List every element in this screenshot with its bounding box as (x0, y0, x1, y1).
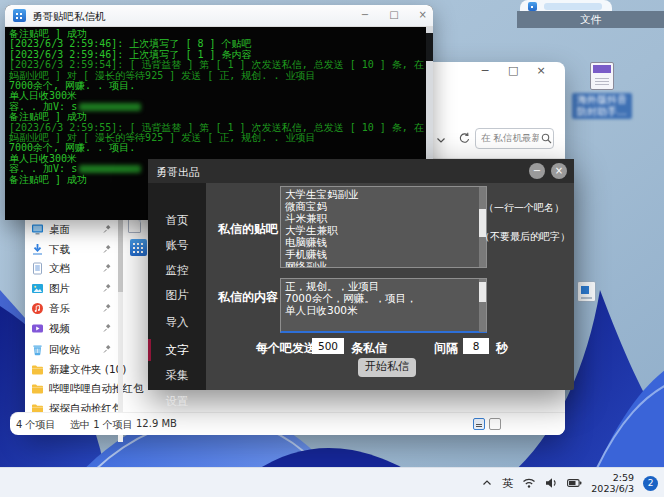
content-field: 正，规创。，业项目 7000余个，网赚。，项目， 单人日收300米 (280, 278, 487, 333)
explorer-status-bar: 4 个项目 选中 1 个项目 12.9 MB (10, 412, 565, 435)
desktop-icon-label-line2: 防封助手... (572, 106, 632, 118)
nav-item-settings[interactable]: 设置 (148, 391, 206, 411)
file-menu-bar[interactable]: 文件 (517, 11, 664, 28)
documents-icon (31, 262, 44, 275)
music-icon (31, 302, 44, 315)
sidebar-item-downloads[interactable]: 下载 (25, 241, 121, 258)
sidebar-item-music[interactable]: 音乐 (25, 300, 121, 317)
taskbar-clock[interactable]: 2:59 2023/6/3 (591, 472, 634, 494)
pin-icon (102, 224, 112, 234)
file-app-icon[interactable] (130, 239, 147, 256)
tray-time: 2:59 (591, 472, 634, 483)
status-items-count: 4 个项目 (16, 418, 56, 432)
interval-suffix: 秒 (496, 340, 508, 357)
interval-input[interactable] (463, 338, 489, 354)
dialog-titlebar[interactable]: 勇哥出品 − × (148, 159, 574, 183)
pin-icon (102, 344, 112, 354)
sidebar-item-documents[interactable]: 文档 (25, 260, 121, 277)
view-details-toggle[interactable] (473, 418, 485, 430)
terminal-close-button[interactable]: × (419, 9, 427, 20)
explorer-minimize-button[interactable]: − (480, 64, 490, 77)
explorer-close-button[interactable]: × (536, 64, 546, 77)
sidebar-item-label: 新建文件夹 (10) (49, 363, 126, 377)
redacted-text (79, 103, 141, 111)
status-size: 12.9 MB (136, 418, 177, 429)
battery-icon[interactable] (567, 477, 582, 489)
sidebar-item-label: 图片 (49, 282, 70, 296)
desktop-icon-label-line1: 海外版抖音 (572, 94, 632, 106)
terminal-maximize-button[interactable]: □ (389, 9, 398, 20)
sidebar-item-folder[interactable]: 新建文件夹 (10) (25, 361, 121, 378)
tab-title-blur (544, 3, 602, 10)
sidebar-scrollbar[interactable] (118, 220, 123, 442)
interval-label: 间隔 (434, 340, 458, 357)
nav-item-text[interactable]: 文字 (148, 340, 206, 360)
sidebar-item-recycle-bin[interactable]: 回收站 (25, 341, 121, 358)
tray-date: 2023/6/3 (591, 483, 634, 494)
speaker-icon[interactable] (545, 477, 558, 489)
recycle-bin-icon (31, 343, 44, 356)
sidebar-item-folder[interactable]: 哔哩哔哩自动抢红包 (25, 380, 121, 397)
desktop-icon-file[interactable] (577, 281, 596, 302)
dialog-title: 勇哥出品 (156, 165, 200, 180)
tieba-list-field: 大学生宝妈副业 微商宝妈 斗米兼职 大学生兼职 电脑赚钱 手机赚钱 网络副业 (280, 186, 487, 268)
nav-item-account[interactable]: 账号 (148, 235, 206, 255)
per-bar-label: 每个吧发送 (256, 340, 316, 357)
ime-indicator[interactable]: 英 (502, 476, 513, 491)
app-tab-icon (528, 2, 537, 11)
sidebar-item-label: 视频 (49, 322, 70, 336)
terminal-app-icon (13, 9, 26, 22)
view-thumbnails-toggle[interactable] (489, 418, 501, 430)
search-icon (541, 133, 552, 144)
sidebar-item-label: 哔哩哔哩自动抢红包 (49, 382, 144, 396)
nav-item-import[interactable]: 导入 (148, 312, 206, 332)
chevron-down-icon[interactable] (435, 134, 447, 146)
hint-one-per-line: （一行一个吧名） (484, 201, 564, 215)
sidebar-item-pictures[interactable]: 图片 (25, 280, 121, 297)
redacted-text (79, 165, 141, 173)
terminal-title: 勇哥贴吧私信机 (32, 10, 106, 24)
sidebar-item-label: 桌面 (49, 223, 70, 237)
content-textarea[interactable]: 正，规创。，业项目 7000余个，网赚。，项目， 单人日收300米 (280, 278, 487, 333)
textarea-scrollbar[interactable] (479, 187, 486, 267)
notification-badge[interactable]: 2 (643, 476, 658, 491)
sidebar-item-label: 音乐 (49, 302, 70, 316)
sidebar-item-desktop[interactable]: 桌面 (25, 221, 121, 238)
hint-no-ba-suffix: （不要最后的吧字） (480, 230, 570, 244)
dialog-minimize-button[interactable]: − (529, 163, 545, 179)
sidebar-item-label: 下载 (49, 243, 70, 257)
nav-item-images[interactable]: 图片 (148, 285, 206, 305)
desktop: 文件 海外版抖音 防封助手... − □ × 桌面 (0, 0, 664, 497)
tieba-list-label: 私信的贴吧 (218, 221, 278, 238)
tieba-list-textarea[interactable]: 大学生宝妈副业 微商宝妈 斗米兼职 大学生兼职 电脑赚钱 手机赚钱 网络副业 (280, 186, 487, 268)
pin-icon (102, 303, 112, 313)
folder-icon (31, 382, 44, 395)
content-label: 私信的内容 (218, 289, 278, 306)
desktop-icon (31, 223, 44, 236)
system-tray: 英 2:59 2023/6/3 2 (481, 468, 658, 497)
settings-dialog-window: 勇哥出品 − × 首页 账号 监控 图片 导入 文字 采集 设置 私信的贴吧 大… (148, 159, 574, 390)
explorer-maximize-button[interactable]: □ (508, 64, 518, 77)
terminal-titlebar[interactable]: 勇哥贴吧私信机 − □ × (5, 5, 433, 27)
tray-chevron-up-icon[interactable] (481, 478, 493, 488)
start-dm-button[interactable]: 开始私信 (358, 358, 416, 377)
nav-item-home[interactable]: 首页 (148, 210, 206, 230)
wifi-icon[interactable] (522, 477, 536, 489)
downloads-icon (31, 243, 44, 256)
pin-icon (102, 263, 112, 273)
pictures-icon (31, 282, 44, 295)
status-selected: 选中 1 个项目 (70, 418, 133, 432)
sidebar-item-videos[interactable]: 视频 (25, 320, 121, 337)
sidebar-item-label: 回收站 (49, 343, 81, 357)
pin-icon (102, 244, 112, 254)
pin-icon (102, 283, 112, 293)
per-bar-count-input[interactable] (312, 338, 344, 354)
desktop-icon-app[interactable]: 海外版抖音 防封助手... (570, 62, 634, 119)
textarea-scrollbar[interactable] (479, 279, 486, 332)
dialog-close-button[interactable]: × (551, 163, 567, 179)
refresh-icon[interactable] (458, 132, 471, 145)
dialog-nav: 首页 账号 监控 图片 导入 文字 采集 设置 (148, 183, 206, 390)
nav-item-monitor[interactable]: 监控 (148, 260, 206, 280)
nav-item-collect[interactable]: 采集 (148, 365, 206, 385)
terminal-minimize-button[interactable]: − (361, 9, 369, 20)
